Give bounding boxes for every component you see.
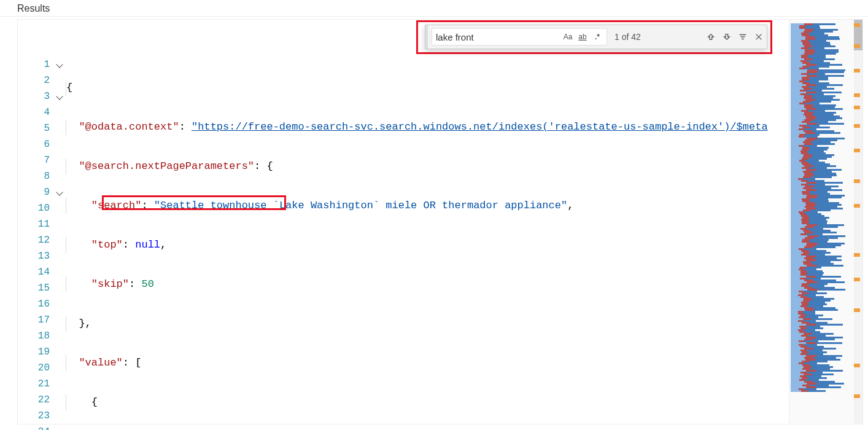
line-number[interactable]: 24 [18, 424, 66, 430]
line-number[interactable]: 13 [18, 248, 66, 264]
find-panel: Aa ab .* 1 of 42 [425, 25, 767, 49]
code-content[interactable]: { "@odata.context": "https://free-demo-s… [66, 20, 789, 424]
results-header: Results [0, 0, 868, 17]
find-input[interactable] [435, 31, 560, 43]
filter-icon [738, 33, 747, 41]
code-line[interactable]: }, [66, 316, 789, 332]
line-number[interactable]: 19 [18, 344, 66, 360]
editor-area: 1 2 3 4 5 6 7 8 9 10 11 12 13 14 15 16 1… [17, 19, 863, 424]
find-prev-button[interactable] [703, 29, 719, 45]
code-line[interactable]: "skip": 50 [66, 276, 789, 292]
line-number[interactable]: 18 [18, 328, 66, 344]
code-line[interactable]: "value": [ [66, 355, 789, 371]
find-count: 1 of 42 [614, 32, 641, 42]
regex-toggle[interactable]: .* [591, 30, 604, 44]
match-case-toggle[interactable]: Aa [561, 30, 575, 44]
code-line[interactable]: "@odata.context": "https://free-demo-sea… [66, 119, 789, 135]
line-number[interactable]: 22 [18, 392, 66, 408]
line-number[interactable]: 14 [18, 264, 66, 280]
line-number[interactable]: 17 [18, 312, 66, 328]
find-resize-handle[interactable] [425, 25, 428, 49]
line-number[interactable]: 2 [18, 72, 66, 88]
line-number[interactable]: 7 [18, 152, 66, 168]
code-line[interactable]: "@search.nextPageParameters": { [66, 158, 789, 174]
line-number[interactable]: 15 [18, 280, 66, 296]
line-number[interactable]: 16 [18, 296, 66, 312]
whole-word-toggle[interactable]: ab [576, 30, 589, 44]
arrow-down-icon [723, 33, 731, 41]
line-number[interactable]: 3 [18, 88, 66, 104]
line-number[interactable]: 21 [18, 376, 66, 392]
line-number[interactable]: 8 [18, 168, 66, 184]
line-number[interactable]: 9 [18, 184, 66, 200]
line-number[interactable]: 20 [18, 360, 66, 376]
code-line[interactable]: "search": "Seattle townhouse `Lake Washi… [66, 198, 789, 214]
minimap[interactable] [789, 20, 862, 424]
line-number[interactable]: 6 [18, 136, 66, 152]
find-close-button[interactable] [751, 29, 767, 45]
line-number[interactable]: 5 [18, 120, 66, 136]
line-number[interactable]: 23 [18, 408, 66, 424]
line-number-gutter: 1 2 3 4 5 6 7 8 9 10 11 12 13 14 15 16 1… [18, 20, 66, 424]
line-number[interactable]: 11 [18, 216, 66, 232]
close-icon [754, 33, 763, 41]
find-input-wrap: Aa ab .* [432, 28, 607, 45]
line-number[interactable]: 4 [18, 104, 66, 120]
code-line[interactable]: { [66, 394, 789, 410]
arrow-up-icon [707, 33, 715, 41]
line-number[interactable]: 10 [18, 200, 66, 216]
code-line[interactable]: "top": null, [66, 237, 789, 253]
find-next-button[interactable] [719, 29, 735, 45]
code-line[interactable]: { [66, 80, 789, 96]
find-filter-button[interactable] [735, 29, 751, 45]
minimap-lines [791, 23, 851, 392]
line-number[interactable]: 1 [18, 57, 66, 72]
line-number[interactable]: 12 [18, 232, 66, 248]
